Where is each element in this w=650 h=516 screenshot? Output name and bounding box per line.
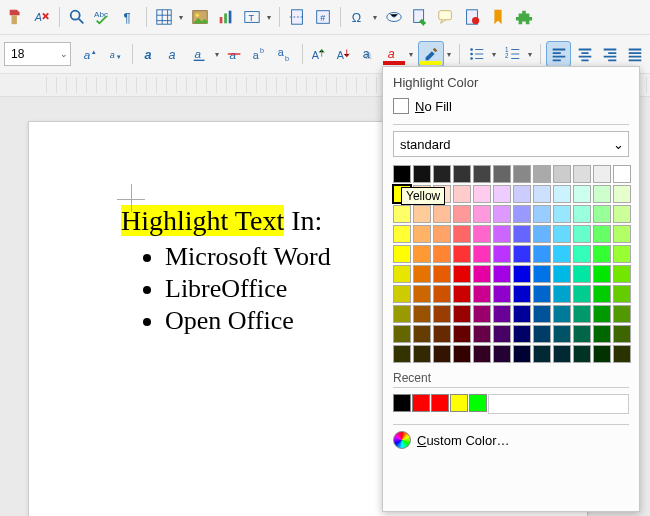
color-swatch[interactable] (473, 325, 491, 343)
special-char-button[interactable]: Ω▾ (346, 5, 380, 29)
color-swatch[interactable] (533, 325, 551, 343)
color-swatch[interactable] (413, 225, 431, 243)
color-swatch[interactable] (493, 225, 511, 243)
color-swatch[interactable] (493, 165, 511, 183)
color-swatch[interactable] (533, 345, 551, 363)
color-swatch[interactable] (453, 265, 471, 283)
footnote-button[interactable] (408, 5, 432, 29)
color-swatch[interactable] (413, 345, 431, 363)
color-swatch[interactable] (613, 165, 631, 183)
color-swatch[interactable] (553, 245, 571, 263)
insert-image-button[interactable] (188, 5, 212, 29)
align-left-button[interactable] (546, 41, 571, 67)
extension-button[interactable] (512, 5, 536, 29)
color-swatch[interactable] (493, 325, 511, 343)
clear-format-button[interactable]: A (30, 5, 54, 29)
color-swatch[interactable] (393, 345, 411, 363)
color-swatch[interactable] (473, 265, 491, 283)
color-swatch[interactable] (473, 165, 491, 183)
color-swatch[interactable] (413, 285, 431, 303)
color-swatch[interactable] (553, 205, 571, 223)
comment-button[interactable] (434, 5, 458, 29)
color-swatch[interactable] (553, 225, 571, 243)
color-swatch[interactable] (553, 285, 571, 303)
color-swatch[interactable] (453, 305, 471, 323)
color-swatch[interactable] (413, 265, 431, 283)
color-swatch[interactable] (593, 225, 611, 243)
recent-swatch[interactable] (450, 394, 468, 412)
color-swatch[interactable] (513, 325, 531, 343)
underline-button[interactable]: a▾ (188, 42, 222, 66)
bullets-button[interactable]: ▾ (465, 42, 499, 66)
color-swatch[interactable] (533, 285, 551, 303)
color-swatch[interactable] (533, 165, 551, 183)
color-swatch[interactable] (473, 185, 491, 203)
color-swatch[interactable] (453, 245, 471, 263)
color-swatch[interactable] (433, 285, 451, 303)
recent-swatch[interactable] (469, 394, 487, 412)
color-swatch[interactable] (593, 325, 611, 343)
color-swatch[interactable] (433, 165, 451, 183)
color-swatch[interactable] (473, 225, 491, 243)
insert-textbox-button[interactable]: T▾ (240, 5, 274, 29)
color-swatch[interactable] (513, 185, 531, 203)
color-swatch[interactable] (613, 265, 631, 283)
color-swatch[interactable] (573, 285, 591, 303)
align-right-button[interactable] (598, 42, 621, 66)
color-swatch[interactable] (613, 245, 631, 263)
color-swatch[interactable] (593, 345, 611, 363)
color-swatch[interactable] (433, 205, 451, 223)
color-swatch[interactable] (453, 325, 471, 343)
color-swatch[interactable] (553, 345, 571, 363)
color-swatch[interactable] (413, 305, 431, 323)
color-swatch[interactable] (473, 285, 491, 303)
track-changes-button[interactable] (460, 5, 484, 29)
color-swatch[interactable] (433, 325, 451, 343)
color-swatch[interactable] (573, 305, 591, 323)
recent-swatch[interactable] (393, 394, 411, 412)
color-swatch[interactable] (473, 205, 491, 223)
color-swatch[interactable] (613, 325, 631, 343)
strike-button[interactable]: a (224, 42, 247, 66)
color-swatch[interactable] (453, 225, 471, 243)
color-swatch[interactable] (473, 245, 491, 263)
numbering-button[interactable]: 12▾ (501, 42, 535, 66)
insert-chart-button[interactable] (214, 5, 238, 29)
no-fill-checkbox[interactable] (393, 98, 409, 114)
color-swatch[interactable] (513, 345, 531, 363)
color-swatch[interactable] (533, 225, 551, 243)
color-swatch[interactable] (573, 265, 591, 283)
font-decrease-button[interactable]: a▾ (104, 42, 127, 66)
color-swatch[interactable] (593, 305, 611, 323)
recent-swatch[interactable] (412, 394, 430, 412)
bookmark-button[interactable] (486, 5, 510, 29)
color-swatch[interactable] (393, 325, 411, 343)
color-swatch[interactable] (473, 305, 491, 323)
italic-button[interactable]: a (163, 42, 186, 66)
color-swatch[interactable] (513, 165, 531, 183)
color-swatch[interactable] (433, 265, 451, 283)
color-swatch[interactable] (453, 285, 471, 303)
color-swatch[interactable] (433, 305, 451, 323)
color-swatch[interactable] (613, 185, 631, 203)
color-swatch[interactable] (593, 245, 611, 263)
justify-button[interactable] (623, 42, 646, 66)
color-swatch[interactable] (533, 205, 551, 223)
hyperlink-button[interactable] (382, 5, 406, 29)
color-swatch[interactable] (413, 325, 431, 343)
color-swatch[interactable] (493, 305, 511, 323)
color-swatch[interactable] (573, 225, 591, 243)
color-swatch[interactable] (573, 185, 591, 203)
char-shadow-button[interactable]: aa (358, 42, 381, 66)
color-swatch[interactable] (553, 325, 571, 343)
color-swatch[interactable] (513, 285, 531, 303)
color-swatch[interactable] (393, 225, 411, 243)
color-swatch[interactable] (573, 345, 591, 363)
font-increase-button[interactable]: a▴ (79, 42, 102, 66)
color-swatch[interactable] (493, 245, 511, 263)
subscript-button[interactable]: ab (274, 42, 297, 66)
color-swatch[interactable] (493, 345, 511, 363)
no-fill-option[interactable]: No Fill (393, 98, 629, 114)
bold-button[interactable]: a (138, 42, 161, 66)
find-replace-button[interactable] (65, 5, 89, 29)
